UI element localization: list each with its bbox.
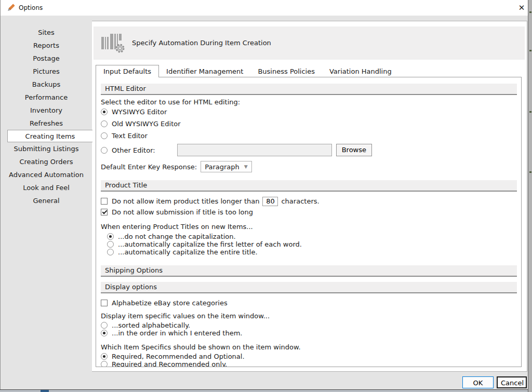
- html-editor-prompt: Select the editor to use for HTML editin…: [101, 98, 517, 106]
- enter-key-dropdown[interactable]: Paragraph ▼: [201, 161, 252, 172]
- radio-label: ...in the order in which I entered them.: [112, 329, 243, 337]
- radio-entered-order[interactable]: [101, 330, 108, 336]
- radio-row-old-wysiwyg[interactable]: Old WYSIWYG Editor: [101, 120, 517, 128]
- radio-label: ...automatically capitalize the entire t…: [118, 248, 258, 256]
- radio-row-specifics-required-recommended[interactable]: Required and Recommended only.: [101, 360, 517, 367]
- radio-row-cap-first-letter[interactable]: ...automatically capitalize the first le…: [107, 240, 517, 248]
- browse-button[interactable]: Browse: [336, 144, 372, 156]
- radio-row-cap-entire-title[interactable]: ...automatically capitalize the entire t…: [107, 248, 517, 256]
- checkbox-row-max-length[interactable]: Do not allow item product titles longer …: [101, 196, 517, 206]
- radio-label: Other Editor:: [112, 146, 155, 154]
- radio-text-editor[interactable]: [101, 132, 108, 139]
- background-artifact: [529, 50, 531, 51]
- radio-required-recommended[interactable]: [101, 361, 108, 367]
- radio-label: Text Editor: [112, 132, 148, 140]
- radio-row-sorted-alphabetically[interactable]: ...sorted alphabetically.: [101, 321, 517, 329]
- section-header-html-editor: HTML Editor: [101, 84, 517, 95]
- sidebar-item-look-and-feel[interactable]: Look and Feel: [1, 181, 92, 194]
- tab-identifier-management[interactable]: Identifier Management: [159, 66, 250, 77]
- radio-label: WYSIWYG Editor: [112, 108, 167, 116]
- window-left-border: [0, 0, 1, 390]
- sidebar-item-reports[interactable]: Reports: [1, 39, 92, 52]
- tab-business-policies[interactable]: Business Policies: [250, 66, 322, 77]
- window-title: Options: [19, 0, 43, 16]
- titlebar: Options ✕: [0, 0, 528, 16]
- cancel-button[interactable]: Cancel: [497, 376, 527, 388]
- tab-content: HTML Editor Select the editor to use for…: [96, 77, 522, 367]
- sidebar-item-creating-items[interactable]: Creating Items: [7, 130, 92, 142]
- taskbar-icon-sliver: [41, 390, 49, 392]
- page-header: Specify Automation During Item Creation: [94, 26, 525, 60]
- radio-wysiwyg-editor[interactable]: [101, 109, 108, 115]
- sidebar-item-pictures[interactable]: Pictures: [1, 65, 92, 78]
- close-button[interactable]: ✕: [516, 2, 527, 13]
- enter-key-label: Default Enter Key Response:: [101, 163, 197, 171]
- radio-row-other-editor[interactable]: Other Editor: Browse: [101, 144, 517, 156]
- background-artifact: [529, 111, 531, 113]
- sidebar-item-postage[interactable]: Postage: [1, 52, 92, 65]
- checkbox-max-length[interactable]: [101, 198, 108, 205]
- checkbox-row-alphabetize[interactable]: Alphabetize eBay store categories: [101, 299, 517, 307]
- checkbox-alphabetize-categories[interactable]: [101, 300, 108, 306]
- pencil-icon: [6, 3, 16, 12]
- sidebar-item-sites[interactable]: Sites: [1, 26, 92, 39]
- background-window-edge: [528, 0, 532, 392]
- main-panel: Specify Automation During Item Creation …: [91, 21, 527, 372]
- page-title: Specify Automation During Item Creation: [132, 26, 271, 60]
- enter-key-value: Paragraph: [205, 163, 240, 171]
- radio-sorted-alphabetically[interactable]: [101, 322, 108, 329]
- radio-label: ...sorted alphabetically.: [112, 321, 190, 329]
- radio-row-entered-order[interactable]: ...in the order in which I entered them.: [101, 329, 517, 337]
- sidebar-item-performance[interactable]: Performance: [1, 91, 92, 104]
- taskbar-sliver: [0, 390, 528, 392]
- radio-required-recommended-optional[interactable]: [101, 353, 108, 360]
- sidebar-item-creating-orders[interactable]: Creating Orders: [1, 155, 92, 168]
- sidebar-item-submitting-listings[interactable]: Submitting Listings: [1, 142, 92, 155]
- radio-row-wysiwyg[interactable]: WYSIWYG Editor: [101, 108, 517, 116]
- sidebar-item-general[interactable]: General: [1, 194, 92, 207]
- item-specifics-prompt: Which Item Specifics should be shown on …: [101, 343, 517, 352]
- radio-no-capitalization-change[interactable]: [107, 233, 114, 240]
- too-long-label: Do not allow submission if title is too …: [112, 208, 253, 216]
- sidebar-item-inventory[interactable]: Inventory: [1, 104, 92, 117]
- section-header-shipping-options: Shipping Options: [101, 265, 517, 277]
- section-header-display-options: Display options: [101, 282, 517, 293]
- radio-capitalize-entire-title[interactable]: [107, 249, 114, 255]
- background-artifact: [529, 11, 531, 13]
- ok-button[interactable]: OK: [462, 376, 494, 388]
- checkbox-row-too-long[interactable]: Do not allow submission if title is too …: [101, 208, 517, 216]
- radio-label: Required, Recommended and Optional.: [112, 353, 245, 360]
- section-header-product-title: Product Title: [101, 180, 517, 192]
- radio-label: Required and Recommended only.: [112, 360, 227, 367]
- sidebar-item-refreshes[interactable]: Refreshes: [1, 117, 92, 130]
- max-chars-input[interactable]: [262, 197, 278, 206]
- enter-key-row: Default Enter Key Response: Paragraph ▼: [101, 161, 517, 172]
- capitalization-prompt: When entering Product Titles on new Item…: [101, 223, 517, 231]
- radio-old-wysiwyg-editor[interactable]: [101, 120, 108, 127]
- radio-row-specifics-all[interactable]: Required, Recommended and Optional.: [101, 353, 517, 360]
- radio-label: ...do not change the capitalization.: [118, 233, 236, 240]
- background-artifact: [529, 171, 531, 173]
- barcode-gear-icon: [101, 32, 125, 55]
- options-dialog: Options ✕ Sites Reports Postage Pictures…: [0, 0, 532, 392]
- close-icon: ✕: [518, 3, 525, 12]
- other-editor-input[interactable]: [177, 144, 332, 156]
- sidebar-item-backups[interactable]: Backups: [1, 78, 92, 91]
- sidebar-nav: Sites Reports Postage Pictures Backups P…: [1, 16, 92, 374]
- item-values-prompt: Display item specific values on the item…: [101, 312, 517, 320]
- tab-input-defaults[interactable]: Input Defaults: [96, 65, 159, 77]
- max-length-label-after: characters.: [281, 197, 319, 205]
- checkbox-too-long[interactable]: [101, 209, 108, 215]
- radio-row-text-editor[interactable]: Text Editor: [101, 132, 517, 140]
- sidebar-item-advanced-automation[interactable]: Advanced Automation: [1, 168, 92, 181]
- tab-bar: Input Defaults Identifier Management Bus…: [96, 65, 399, 77]
- radio-capitalize-first-letter[interactable]: [107, 241, 114, 248]
- alphabetize-label: Alphabetize eBay store categories: [112, 299, 228, 307]
- chevron-down-icon: ▼: [244, 164, 248, 169]
- radio-other-editor[interactable]: [101, 147, 108, 154]
- radio-label: Old WYSIWYG Editor: [112, 120, 181, 128]
- max-length-label-before: Do not allow item product titles longer …: [112, 197, 259, 205]
- tab-variation-handling[interactable]: Variation Handling: [322, 66, 399, 77]
- radio-label: ...automatically capitalize the first le…: [118, 240, 302, 248]
- radio-row-no-change[interactable]: ...do not change the capitalization.: [107, 233, 517, 240]
